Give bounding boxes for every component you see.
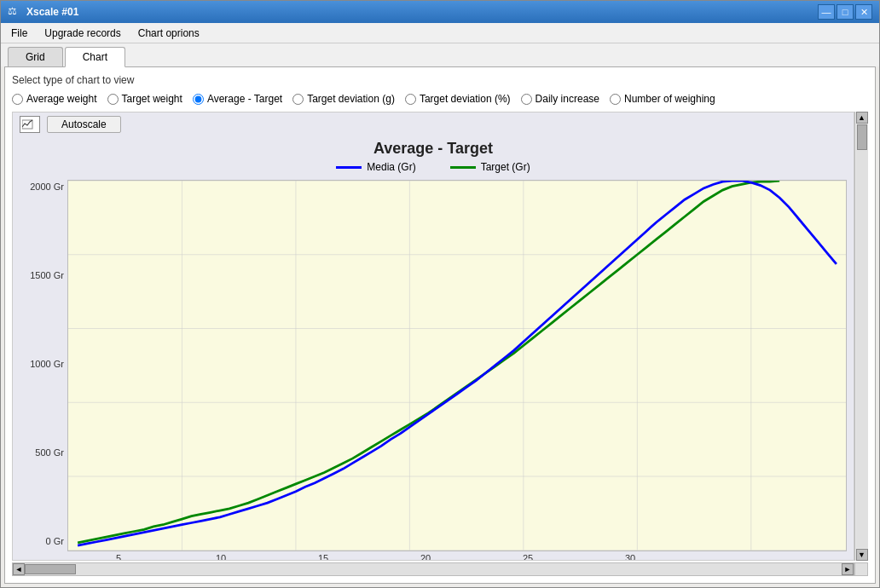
scroll-thumb[interactable] [857, 124, 867, 150]
scroll-corner [854, 562, 868, 576]
radio-target-dev-pct[interactable]: Target deviation (%) [405, 93, 511, 105]
chart-zoom-icon [20, 116, 40, 133]
scroll-right-button[interactable]: ► [842, 563, 854, 575]
target-line [78, 181, 779, 543]
radio-target-weight[interactable]: Target weight [107, 93, 182, 105]
radio-avg-target[interactable]: Average - Target [193, 93, 282, 105]
x-label-15: 15 [272, 553, 374, 561]
minimize-button[interactable]: — [818, 4, 835, 20]
x-label-10: 10 [170, 553, 272, 561]
select-type-label: Select type of chart to view [12, 74, 868, 86]
legend-media: Media (Gr) [336, 161, 415, 173]
scroll-left-button[interactable]: ◄ [13, 563, 25, 575]
chart-legend: Media (Gr) Target (Gr) [13, 158, 854, 176]
legend-media-label: Media (Gr) [367, 161, 415, 173]
window-title: Xscale #01 [26, 6, 78, 18]
close-button[interactable]: ✕ [855, 4, 872, 20]
legend-target-line [450, 166, 476, 169]
chart-container: Autoscale Average - Target Media (Gr) Ta… [12, 112, 854, 561]
title-controls: — □ ✕ [818, 4, 872, 20]
x-label-20: 20 [374, 553, 477, 561]
legend-target: Target (Gr) [450, 161, 530, 173]
y-label-500: 500 Gr [35, 447, 64, 458]
h-scroll-track [25, 563, 842, 575]
y-label-2000: 2000 Gr [30, 182, 64, 192]
autoscale-button[interactable]: Autoscale [47, 116, 121, 133]
menu-upgrade-records[interactable]: Upgrade records [38, 26, 127, 41]
y-label-0: 0 Gr [46, 536, 64, 546]
x-axis-labels: 5 10 15 20 25 30 [67, 551, 847, 561]
app-icon: ⚖ [8, 5, 21, 19]
x-label-35 [681, 553, 847, 561]
media-line [78, 181, 837, 545]
h-scroll-thumb[interactable] [25, 564, 76, 574]
main-chart-svg [67, 180, 847, 551]
maximize-button[interactable]: □ [837, 4, 854, 20]
radio-num-weighing[interactable]: Number of weighing [610, 93, 715, 105]
radio-group: Average weight Target weight Average - T… [12, 93, 868, 105]
legend-media-line [336, 166, 362, 169]
scroll-track [856, 124, 868, 548]
y-axis-labels: 2000 Gr 1500 Gr 1000 Gr 500 Gr 0 Gr [20, 180, 67, 561]
legend-target-label: Target (Gr) [481, 161, 530, 173]
y-label-1500: 1500 Gr [30, 270, 64, 280]
menu-file[interactable]: File [4, 26, 34, 41]
radio-daily-increase[interactable]: Daily increase [521, 93, 599, 105]
chart-title: Average - Target [13, 136, 854, 158]
tab-chart[interactable]: Chart [65, 47, 125, 67]
scroll-down-button[interactable]: ▼ [856, 549, 868, 561]
chart-area: 2000 Gr 1500 Gr 1000 Gr 500 Gr 0 Gr [13, 176, 854, 561]
title-bar-left: ⚖ Xscale #01 [8, 5, 78, 19]
horizontal-scrollbar[interactable]: ◄ ► [12, 562, 854, 576]
menu-bar: File Upgrade records Chart oprions [1, 23, 879, 43]
x-label-5: 5 [67, 553, 170, 561]
tabs-row: Grid Chart [1, 43, 879, 66]
chart-toolbar: Autoscale [13, 112, 854, 136]
tab-grid[interactable]: Grid [8, 47, 63, 66]
radio-target-dev-g[interactable]: Target deviation (g) [292, 93, 395, 105]
vertical-scrollbar[interactable]: ▲ ▼ [854, 112, 868, 561]
x-label-30: 30 [579, 553, 681, 561]
scroll-up-button[interactable]: ▲ [856, 112, 868, 124]
radio-avg-weight[interactable]: Average weight [12, 93, 97, 105]
title-bar: ⚖ Xscale #01 — □ ✕ [1, 1, 879, 23]
y-label-1000: 1000 Gr [30, 359, 64, 369]
main-window: ⚖ Xscale #01 — □ ✕ File Upgrade records … [0, 0, 880, 588]
menu-chart-oprions[interactable]: Chart oprions [131, 26, 206, 41]
horizontal-scrollbar-row: ◄ ► [12, 562, 868, 576]
x-label-25: 25 [477, 553, 579, 561]
content-area: Select type of chart to view Average wei… [4, 66, 876, 584]
